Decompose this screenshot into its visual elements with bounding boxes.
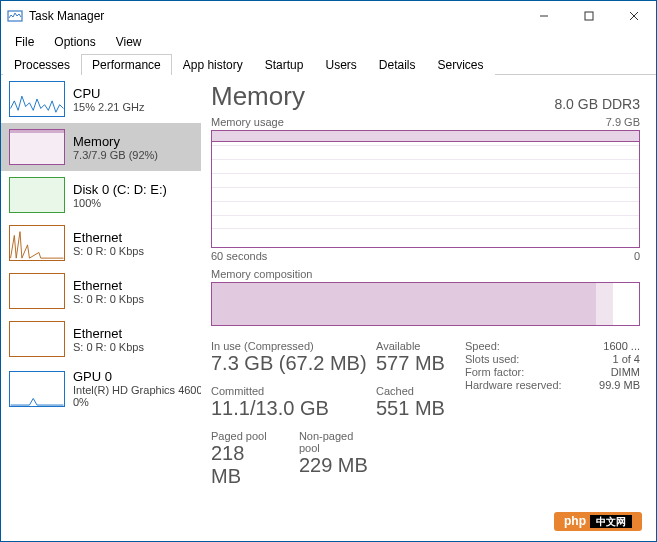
performance-sidebar: CPU 15% 2.21 GHz Memory 7.3/7.9 GB (92%)… bbox=[1, 75, 201, 541]
window-controls bbox=[521, 1, 656, 31]
memory-thumb-icon bbox=[9, 129, 65, 165]
committed-label: Committed bbox=[211, 385, 376, 397]
sidebar-item-label: Memory bbox=[73, 134, 158, 149]
paged-label: Paged pool bbox=[211, 430, 279, 442]
memory-usage-graph[interactable] bbox=[211, 130, 640, 248]
menu-options[interactable]: Options bbox=[44, 32, 105, 52]
menu-view[interactable]: View bbox=[106, 32, 152, 52]
axis-right: 0 bbox=[634, 250, 640, 262]
cpu-thumb-icon bbox=[9, 81, 65, 117]
sidebar-item-label: Ethernet bbox=[73, 278, 144, 293]
inuse-label: In use (Compressed) bbox=[211, 340, 376, 352]
sidebar-item-gpu[interactable]: GPU 0 Intel(R) HD Graphics 4600 0% bbox=[1, 363, 201, 414]
kv-key: Speed: bbox=[465, 340, 576, 352]
sidebar-item-sub: 7.3/7.9 GB (92%) bbox=[73, 149, 158, 161]
sidebar-item-sub: Intel(R) HD Graphics 4600 bbox=[73, 384, 201, 396]
cached-value: 551 MB bbox=[376, 397, 461, 420]
tab-performance[interactable]: Performance bbox=[81, 54, 172, 75]
tab-services[interactable]: Services bbox=[427, 54, 495, 75]
badge-text-b: 中文网 bbox=[590, 515, 632, 528]
watermark-badge: php中文网 bbox=[554, 512, 642, 531]
kv-key: Hardware reserved: bbox=[465, 379, 576, 391]
sidebar-item-sub: 15% 2.21 GHz bbox=[73, 101, 145, 113]
kv-key: Form factor: bbox=[465, 366, 576, 378]
usage-max: 7.9 GB bbox=[606, 116, 640, 128]
main-panel: Memory 8.0 GB DDR3 Memory usage 7.9 GB 6… bbox=[201, 75, 656, 541]
sidebar-item-disk[interactable]: Disk 0 (C: D: E:) 100% bbox=[1, 171, 201, 219]
committed-value: 11.1/13.0 GB bbox=[211, 397, 376, 420]
badge-text-a: php bbox=[564, 514, 586, 528]
available-label: Available bbox=[376, 340, 461, 352]
kv-val: 1600 ... bbox=[584, 340, 640, 352]
kv-val: DIMM bbox=[584, 366, 640, 378]
tab-details[interactable]: Details bbox=[368, 54, 427, 75]
kv-val: 1 of 4 bbox=[584, 353, 640, 365]
kv-key: Slots used: bbox=[465, 353, 576, 365]
ethernet-thumb-icon bbox=[9, 273, 65, 309]
minimize-button[interactable] bbox=[521, 1, 566, 31]
menu-file[interactable]: File bbox=[5, 32, 44, 52]
sidebar-item-ethernet-2[interactable]: Ethernet S: 0 R: 0 Kbps bbox=[1, 267, 201, 315]
usage-label: Memory usage bbox=[211, 116, 284, 128]
sidebar-item-cpu[interactable]: CPU 15% 2.21 GHz bbox=[1, 75, 201, 123]
titlebar: Task Manager bbox=[1, 1, 656, 31]
sidebar-item-sub: S: 0 R: 0 Kbps bbox=[73, 293, 144, 305]
tab-app-history[interactable]: App history bbox=[172, 54, 254, 75]
available-value: 577 MB bbox=[376, 352, 461, 375]
cached-label: Cached bbox=[376, 385, 461, 397]
nonpaged-label: Non-paged pool bbox=[299, 430, 376, 454]
sidebar-item-sub: S: 0 R: 0 Kbps bbox=[73, 341, 144, 353]
sidebar-item-ethernet-1[interactable]: Ethernet S: 0 R: 0 Kbps bbox=[1, 219, 201, 267]
gpu-thumb-icon bbox=[9, 371, 65, 407]
tab-strip: Processes Performance App history Startu… bbox=[1, 53, 656, 75]
sidebar-item-label: CPU bbox=[73, 86, 145, 101]
tab-users[interactable]: Users bbox=[314, 54, 367, 75]
memory-composition-graph[interactable] bbox=[211, 282, 640, 326]
sidebar-item-label: Ethernet bbox=[73, 326, 144, 341]
ethernet-thumb-icon bbox=[9, 321, 65, 357]
svg-rect-2 bbox=[585, 12, 593, 20]
sidebar-item-sub: S: 0 R: 0 Kbps bbox=[73, 245, 144, 257]
app-icon bbox=[7, 8, 23, 24]
sidebar-item-sub: 100% bbox=[73, 197, 167, 209]
window-title: Task Manager bbox=[29, 9, 521, 23]
ethernet-thumb-icon bbox=[9, 225, 65, 261]
composition-label: Memory composition bbox=[211, 268, 640, 280]
paged-value: 218 MB bbox=[211, 442, 279, 488]
sidebar-item-ethernet-3[interactable]: Ethernet S: 0 R: 0 Kbps bbox=[1, 315, 201, 363]
menubar: File Options View bbox=[1, 31, 656, 53]
memory-spec: 8.0 GB DDR3 bbox=[554, 96, 640, 112]
sidebar-item-label: Disk 0 (C: D: E:) bbox=[73, 182, 167, 197]
memory-details-table: Speed:1600 ... Slots used:1 of 4 Form fa… bbox=[465, 340, 640, 391]
maximize-button[interactable] bbox=[566, 1, 611, 31]
sidebar-item-sub2: 0% bbox=[73, 396, 201, 408]
disk-thumb-icon bbox=[9, 177, 65, 213]
close-button[interactable] bbox=[611, 1, 656, 31]
page-title: Memory bbox=[211, 81, 305, 112]
tab-processes[interactable]: Processes bbox=[3, 54, 81, 75]
content-area: CPU 15% 2.21 GHz Memory 7.3/7.9 GB (92%)… bbox=[1, 75, 656, 541]
axis-left: 60 seconds bbox=[211, 250, 267, 262]
sidebar-item-label: Ethernet bbox=[73, 230, 144, 245]
nonpaged-value: 229 MB bbox=[299, 454, 376, 477]
sidebar-item-label: GPU 0 bbox=[73, 369, 201, 384]
tab-startup[interactable]: Startup bbox=[254, 54, 315, 75]
inuse-value: 7.3 GB (67.2 MB) bbox=[211, 352, 376, 375]
sidebar-item-memory[interactable]: Memory 7.3/7.9 GB (92%) bbox=[1, 123, 201, 171]
kv-val: 99.9 MB bbox=[584, 379, 640, 391]
